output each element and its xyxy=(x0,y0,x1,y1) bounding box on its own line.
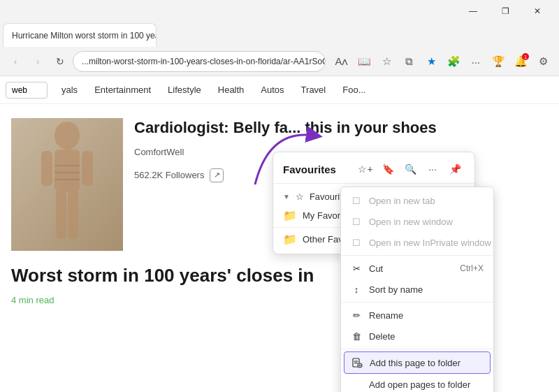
read-aloud-button[interactable]: Aʌ xyxy=(331,51,352,72)
maximize-button[interactable]: ❐ xyxy=(489,0,521,22)
svg-rect-1 xyxy=(55,150,80,191)
ctx-label-add-open-pages: Add open pages to folder xyxy=(369,379,470,390)
ctx-icon-new-tab: ☐ xyxy=(351,195,362,206)
fav-add-icon[interactable]: ☆+ xyxy=(356,159,375,179)
ctx-divider-2 xyxy=(341,302,493,303)
nav-item-entertainment[interactable]: Entertainment xyxy=(92,85,154,95)
fav-header: Favourites ☆+ 🔖 🔍 ··· 📌 xyxy=(273,152,474,184)
ctx-label-cut: Cut xyxy=(369,263,383,274)
svg-rect-4 xyxy=(56,190,66,239)
ctx-sort[interactable]: ↕ Sort by name xyxy=(341,279,493,300)
ctx-icon-sort: ↕ xyxy=(351,284,362,295)
fav-bookmark-icon[interactable]: 🔖 xyxy=(378,159,398,179)
ctx-delete[interactable]: 🗑 Delete xyxy=(341,326,493,347)
profile-button[interactable]: 🏆 xyxy=(488,51,509,72)
nav-item-lifestyle[interactable]: Lifestyle xyxy=(165,85,204,95)
window-controls: — ❐ ✕ xyxy=(457,0,553,22)
address-box[interactable]: ...milton-worst-storm-in-100-years-close… xyxy=(73,51,326,72)
ctx-open-inprivate[interactable]: ☐ Open in new InPrivate window xyxy=(341,232,493,253)
extensions-button[interactable]: 🧩 xyxy=(443,51,464,72)
notifications-button[interactable]: 🔔 1 xyxy=(510,51,531,72)
nav-item-autos[interactable]: Autos xyxy=(258,85,286,95)
nav-item-health[interactable]: Health xyxy=(215,85,247,95)
ctx-label-sort: Sort by name xyxy=(369,284,423,295)
address-bar-row: ‹ › ↻ ...milton-worst-storm-in-100-years… xyxy=(0,48,559,75)
ctx-divider-3 xyxy=(341,349,493,349)
nav-item-yals[interactable]: yals xyxy=(59,85,80,95)
svg-rect-2 xyxy=(41,151,52,186)
fav-title: Favourites xyxy=(283,164,336,175)
fav-header-icons: ☆+ 🔖 🔍 ··· 📌 xyxy=(356,159,465,179)
ctx-label-inprivate: Open in new InPrivate window xyxy=(369,238,491,248)
ctx-icon-cut: ✂ xyxy=(351,263,362,274)
ctx-icon-add-open-pages xyxy=(351,379,362,390)
close-button[interactable]: ✕ xyxy=(521,0,553,22)
svg-rect-3 xyxy=(82,151,93,186)
collections-button[interactable]: ⧉ xyxy=(398,51,419,72)
nav-item-travel[interactable]: Travel xyxy=(298,85,329,95)
favorites-button[interactable]: ☆ xyxy=(376,51,397,72)
site-nav: yals Entertainment Lifestyle Health Auto… xyxy=(0,76,559,104)
fav-folder-icon-2: 📁 xyxy=(283,233,297,246)
fav-expand-arrow: ▼ xyxy=(283,193,290,201)
ctx-open-new-tab[interactable]: ☐ Open in new tab xyxy=(341,190,493,211)
toolbar-icons: Aʌ 📖 ☆ ⧉ ★ 🧩 ··· 🏆 🔔 1 ⚙ xyxy=(331,51,553,72)
page-content: yals Entertainment Lifestyle Health Auto… xyxy=(0,76,559,392)
follower-link-icon[interactable]: ↗ xyxy=(210,168,224,182)
back-button[interactable]: ‹ xyxy=(6,52,25,71)
ctx-shortcut-cut: Ctrl+X xyxy=(460,263,484,273)
body-illustration xyxy=(11,118,123,251)
article-title: Cardiologist: Belly fa... this in your s… xyxy=(134,118,548,138)
ctx-cut[interactable]: ✂ Cut Ctrl+X xyxy=(341,258,493,279)
ctx-icon-rename: ✏ xyxy=(351,310,362,321)
nav-item-food[interactable]: Foo... xyxy=(340,85,368,95)
ctx-add-page-folder[interactable]: Add this page to folder xyxy=(344,351,491,374)
more-button[interactable]: ··· xyxy=(465,51,486,72)
ctx-icon-new-window: ☐ xyxy=(351,216,362,227)
fav-pin-icon[interactable]: 📌 xyxy=(445,159,465,179)
ctx-icon-inprivate: ☐ xyxy=(351,237,362,248)
ctx-add-open-pages[interactable]: Add open pages to folder xyxy=(341,374,493,392)
ctx-label-delete: Delete xyxy=(369,331,395,342)
ctx-label-add-page: Add this page to folder xyxy=(370,358,460,368)
ctx-icon-delete: 🗑 xyxy=(351,331,362,342)
svg-point-0 xyxy=(55,122,80,150)
ctx-rename[interactable]: ✏ Rename xyxy=(341,305,493,326)
follower-count: 562.2K Followers xyxy=(134,170,204,180)
ctx-label-new-window: Open in new window xyxy=(369,217,453,227)
read-view-button[interactable]: 📖 xyxy=(354,51,375,72)
fav-more-icon[interactable]: ··· xyxy=(423,159,442,179)
favorites-active-button[interactable]: ★ xyxy=(421,51,442,72)
ctx-open-new-window[interactable]: ☐ Open in new window xyxy=(341,211,493,232)
minimize-button[interactable]: — xyxy=(457,0,489,22)
settings-button[interactable]: ⚙ xyxy=(532,51,553,72)
svg-rect-5 xyxy=(68,190,78,239)
address-text: ...milton-worst-storm-in-100-years-close… xyxy=(82,57,326,66)
context-menu: ☐ Open in new tab ☐ Open in new window ☐… xyxy=(340,187,494,392)
active-tab[interactable]: Hurricane Milton worst storm in 100 year… xyxy=(3,23,157,47)
ctx-divider-1 xyxy=(341,255,493,256)
forward-button[interactable]: › xyxy=(28,52,48,71)
notif-badge: 1 xyxy=(522,53,529,60)
title-bar: — ❐ ✕ xyxy=(0,0,559,22)
tab-bar: Hurricane Milton worst storm in 100 year… xyxy=(0,22,559,48)
refresh-button[interactable]: ↻ xyxy=(50,52,70,71)
site-search-input[interactable] xyxy=(6,82,48,99)
ctx-label-new-tab: Open in new tab xyxy=(369,196,435,206)
ctx-icon-add-page xyxy=(351,357,363,368)
ctx-label-rename: Rename xyxy=(369,310,403,321)
fav-bar-icon: ☆ xyxy=(296,191,304,202)
tab-title: Hurricane Milton worst storm in 100 year… xyxy=(12,31,157,41)
article-image xyxy=(11,118,123,251)
fav-search-icon[interactable]: 🔍 xyxy=(400,159,420,179)
fav-folder-icon-1: 📁 xyxy=(283,209,297,222)
